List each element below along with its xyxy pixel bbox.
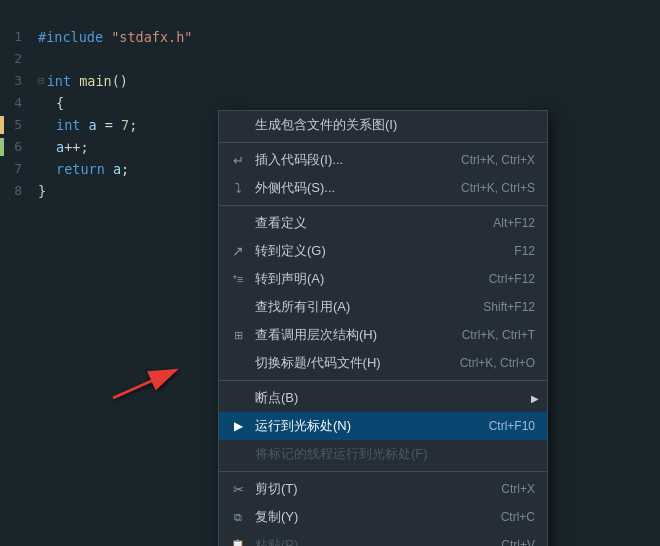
code-line	[38, 48, 660, 70]
menu-item-toggle-header[interactable]: 切换标题/代码文件(H) Ctrl+K, Ctrl+O	[219, 349, 547, 377]
menu-item-view-definition[interactable]: 查看定义 Alt+F12	[219, 209, 547, 237]
menu-label: 生成包含文件的关系图(I)	[255, 116, 397, 134]
keyword: int	[47, 70, 71, 92]
menu-label: 查看定义	[255, 214, 307, 232]
menu-label: 断点(B)	[255, 389, 298, 407]
menu-item-external-code[interactable]: ⤵ 外侧代码(S)... Ctrl+K, Ctrl+S	[219, 174, 547, 202]
cut-icon: ✂	[229, 482, 247, 497]
menu-label: 剪切(T)	[255, 480, 298, 498]
keyword: #include	[38, 26, 103, 48]
menu-item-paste: 📋 粘贴(P) Ctrl+V	[219, 531, 547, 546]
context-menu: 生成包含文件的关系图(I) ↵ 插入代码段(I)... Ctrl+K, Ctrl…	[218, 110, 548, 546]
menu-shortcut: Ctrl+K, Ctrl+S	[441, 181, 535, 195]
menu-item-copy[interactable]: ⧉ 复制(Y) Ctrl+C	[219, 503, 547, 531]
menu-shortcut: Ctrl+F12	[469, 272, 535, 286]
menu-label: 转到定义(G)	[255, 242, 326, 260]
menu-label: 切换标题/代码文件(H)	[255, 354, 381, 372]
menu-shortcut: Ctrl+C	[481, 510, 535, 524]
menu-item-run-to-cursor[interactable]: ▶ 运行到光标处(N) Ctrl+F10	[219, 412, 547, 440]
menu-item-flagged-run: 将标记的线程运行到光标处(F)	[219, 440, 547, 468]
menu-label: 查找所有引用(A)	[255, 298, 350, 316]
menu-separator	[219, 142, 547, 143]
collapse-marker[interactable]: ⊟	[38, 70, 45, 92]
number: 7	[121, 117, 129, 133]
menu-label: 将标记的线程运行到光标处(F)	[255, 445, 428, 463]
menu-label: 插入代码段(I)...	[255, 151, 343, 169]
menu-shortcut: Ctrl+V	[481, 538, 535, 546]
menu-shortcut: Alt+F12	[473, 216, 535, 230]
menu-label: 转到声明(A)	[255, 270, 324, 288]
keyword: int	[56, 117, 80, 133]
line-indicator-green	[0, 138, 4, 156]
menu-item-generate-diagram[interactable]: 生成包含文件的关系图(I)	[219, 111, 547, 139]
menu-separator	[219, 471, 547, 472]
variable: a	[89, 117, 97, 133]
menu-item-insert-snippet[interactable]: ↵ 插入代码段(I)... Ctrl+K, Ctrl+X	[219, 146, 547, 174]
code-line: ⊟int main()	[38, 70, 660, 92]
menu-separator	[219, 380, 547, 381]
menu-item-find-refs[interactable]: 查找所有引用(A) Shift+F12	[219, 293, 547, 321]
menu-label: 查看调用层次结构(H)	[255, 326, 377, 344]
menu-item-goto-definition[interactable]: ↗ 转到定义(G) F12	[219, 237, 547, 265]
line-indicator-yellow	[0, 116, 4, 134]
copy-icon: ⧉	[229, 511, 247, 524]
menu-shortcut: F12	[494, 244, 535, 258]
menu-item-cut[interactable]: ✂ 剪切(T) Ctrl+X	[219, 475, 547, 503]
operator: ()	[112, 70, 128, 92]
menu-label: 粘贴(P)	[255, 536, 298, 546]
menu-label: 运行到光标处(N)	[255, 417, 351, 435]
keyword: return	[56, 161, 105, 177]
menu-label: 复制(Y)	[255, 508, 298, 526]
wrap-icon: ⤵	[229, 181, 247, 196]
submenu-arrow: ▶	[531, 393, 539, 404]
menu-item-breakpoint[interactable]: 断点(B) ▶	[219, 384, 547, 412]
goto-icon: ↗	[229, 243, 247, 259]
menu-shortcut: Ctrl+F10	[469, 419, 535, 433]
decl-icon: *≡	[229, 273, 247, 285]
code-editor: 1 2 3 4 5 6 7 8 #include "stdafx.h" ⊟int…	[0, 0, 660, 546]
menu-separator	[219, 205, 547, 206]
menu-shortcut: Ctrl+K, Ctrl+T	[442, 328, 535, 342]
code-line: #include "stdafx.h"	[38, 26, 660, 48]
menu-shortcut: Ctrl+K, Ctrl+X	[441, 153, 535, 167]
menu-shortcut: Shift+F12	[463, 300, 535, 314]
menu-shortcut: Ctrl+K, Ctrl+O	[440, 356, 535, 370]
code-line	[38, 4, 660, 26]
variable: a	[113, 161, 121, 177]
paste-icon: 📋	[229, 539, 247, 547]
hierarchy-icon: ⊞	[229, 329, 247, 342]
run-icon: ▶	[229, 419, 247, 433]
menu-item-goto-declaration[interactable]: *≡ 转到声明(A) Ctrl+F12	[219, 265, 547, 293]
function-name: main	[79, 70, 112, 92]
menu-label: 外侧代码(S)...	[255, 179, 335, 197]
string: "stdafx.h"	[111, 26, 192, 48]
line-numbers: 1 2 3 4 5 6 7 8	[0, 0, 28, 546]
variable: a	[56, 139, 64, 155]
menu-item-browse-hierarchy[interactable]: ⊞ 查看调用层次结构(H) Ctrl+K, Ctrl+T	[219, 321, 547, 349]
snippet-icon: ↵	[229, 153, 247, 168]
menu-shortcut: Ctrl+X	[481, 482, 535, 496]
